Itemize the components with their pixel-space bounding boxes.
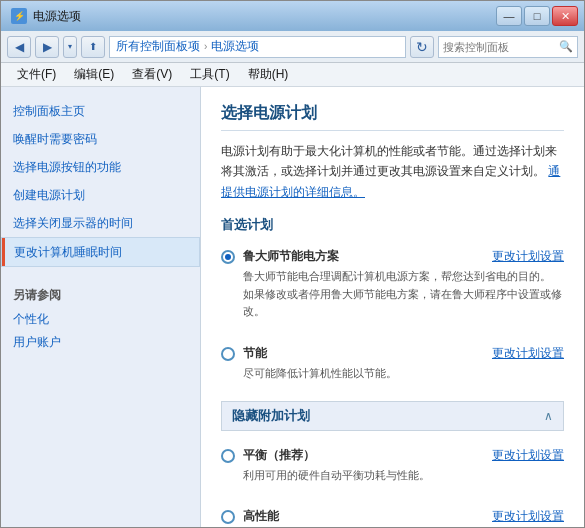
plan-name-4: 高性能: [243, 508, 279, 525]
plan-item-save: 节能 更改计划设置 尽可能降低计算机性能以节能。: [221, 339, 564, 389]
plan-desc-2: 尽可能降低计算机性能以节能。: [243, 365, 564, 383]
path-segment-2[interactable]: 电源选项: [211, 38, 259, 55]
refresh-button[interactable]: ↻: [410, 36, 434, 58]
content-description: 电源计划有助于最大化计算机的性能或者节能。通过选择计划来将其激活，或选择计划并通…: [221, 141, 564, 202]
hidden-section-label: 隐藏附加计划: [232, 407, 310, 425]
maximize-button[interactable]: □: [524, 6, 550, 26]
preferred-section-header: 首选计划: [221, 216, 564, 234]
sidebar-item-home[interactable]: 控制面板主页: [1, 97, 200, 125]
forward-button[interactable]: ▶: [35, 36, 59, 58]
search-input[interactable]: [443, 41, 555, 53]
history-dropdown[interactable]: ▾: [63, 36, 77, 58]
chevron-up-icon: ∧: [544, 409, 553, 423]
sidebar-item-sleep-time[interactable]: 更改计算机睡眠时间: [1, 237, 200, 267]
address-path: 所有控制面板项 › 电源选项: [109, 36, 406, 58]
main-window: ⚡ 电源选项 — □ ✕ ◀ ▶ ▾ ⬆ 所有控制面板项 › 电源选项 ↻ 🔍 …: [0, 0, 585, 528]
plan-name-3: 平衡（推荐）: [243, 447, 315, 464]
also-see-label: 另请参阅: [13, 288, 61, 302]
title-bar-left: ⚡ 电源选项: [11, 8, 81, 25]
desc-text: 电源计划有助于最大化计算机的性能或者节能。通过选择计划来将其激活，或选择计划并通…: [221, 144, 557, 178]
address-bar: ◀ ▶ ▾ ⬆ 所有控制面板项 › 电源选项 ↻ 🔍: [1, 31, 584, 63]
close-button[interactable]: ✕: [552, 6, 578, 26]
sidebar-item-display-time[interactable]: 选择关闭显示器的时间: [1, 209, 200, 237]
plan-link-1[interactable]: 更改计划设置: [492, 248, 564, 265]
plan-row-4: 高性能 更改计划设置: [221, 508, 564, 525]
menu-tools[interactable]: 工具(T): [182, 65, 237, 85]
menu-help[interactable]: 帮助(H): [240, 65, 297, 85]
plan-row-2: 节能 更改计划设置: [221, 345, 564, 362]
plan-desc-3: 利用可用的硬件自动平衡功耗与性能。: [243, 467, 564, 485]
sidebar-link-personalize[interactable]: 个性化: [1, 308, 200, 331]
plan-item-ludashi: 鲁大师节能电方案 更改计划设置 鲁大师节能电合理调配计算机电源方案，帮您达到省电…: [221, 242, 564, 327]
search-box: 🔍: [438, 36, 578, 58]
menu-view[interactable]: 查看(V): [124, 65, 180, 85]
hidden-section-divider[interactable]: 隐藏附加计划 ∧: [221, 401, 564, 431]
menu-file[interactable]: 文件(F): [9, 65, 64, 85]
window-title: 电源选项: [33, 8, 81, 25]
sidebar-item-create-plan[interactable]: 创建电源计划: [1, 181, 200, 209]
title-bar: ⚡ 电源选项 — □ ✕: [1, 1, 584, 31]
also-see-section: 另请参阅: [1, 283, 200, 308]
plan-item-high-perf: 高性能 更改计划设置 有利于提高性能，但也增加功耗: [221, 502, 564, 527]
menu-bar: 文件(F) 编辑(E) 查看(V) 工具(T) 帮助(H): [1, 63, 584, 87]
plan-row-3: 平衡（推荐） 更改计划设置: [221, 447, 564, 464]
content-area: 选择电源计划 电源计划有助于最大化计算机的性能或者节能。通过选择计划来将其激活，…: [201, 87, 584, 527]
title-controls: — □ ✕: [496, 6, 578, 26]
plan-row-1: 鲁大师节能电方案 更改计划设置: [221, 248, 564, 265]
page-title: 选择电源计划: [221, 103, 564, 131]
plan-link-2[interactable]: 更改计划设置: [492, 345, 564, 362]
menu-edit[interactable]: 编辑(E): [66, 65, 122, 85]
sidebar-link-user-account[interactable]: 用户账户: [1, 331, 200, 354]
main-content: 控制面板主页 唤醒时需要密码 选择电源按钮的功能 创建电源计划 选择关闭显示器的…: [1, 87, 584, 527]
plan-radio-3[interactable]: [221, 449, 235, 463]
plan-item-balanced: 平衡（推荐） 更改计划设置 利用可用的硬件自动平衡功耗与性能。: [221, 441, 564, 491]
search-icon: 🔍: [559, 40, 573, 53]
plan-desc-1: 鲁大师节能电合理调配计算机电源方案，帮您达到省电的目的。 如果修改或者停用鲁大师…: [243, 268, 564, 321]
sidebar: 控制面板主页 唤醒时需要密码 选择电源按钮的功能 创建电源计划 选择关闭显示器的…: [1, 87, 201, 527]
back-button[interactable]: ◀: [7, 36, 31, 58]
plan-name-1: 鲁大师节能电方案: [243, 248, 339, 265]
sidebar-item-power-button[interactable]: 选择电源按钮的功能: [1, 153, 200, 181]
window-icon: ⚡: [11, 8, 27, 24]
plan-name-2: 节能: [243, 345, 267, 362]
up-button[interactable]: ⬆: [81, 36, 105, 58]
minimize-button[interactable]: —: [496, 6, 522, 26]
path-separator: ›: [204, 41, 207, 52]
path-segment-1[interactable]: 所有控制面板项: [116, 38, 200, 55]
sidebar-item-wakeup[interactable]: 唤醒时需要密码: [1, 125, 200, 153]
plan-link-4[interactable]: 更改计划设置: [492, 508, 564, 525]
plan-radio-2[interactable]: [221, 347, 235, 361]
plan-radio-1[interactable]: [221, 250, 235, 264]
plan-link-3[interactable]: 更改计划设置: [492, 447, 564, 464]
plan-radio-4[interactable]: [221, 510, 235, 524]
